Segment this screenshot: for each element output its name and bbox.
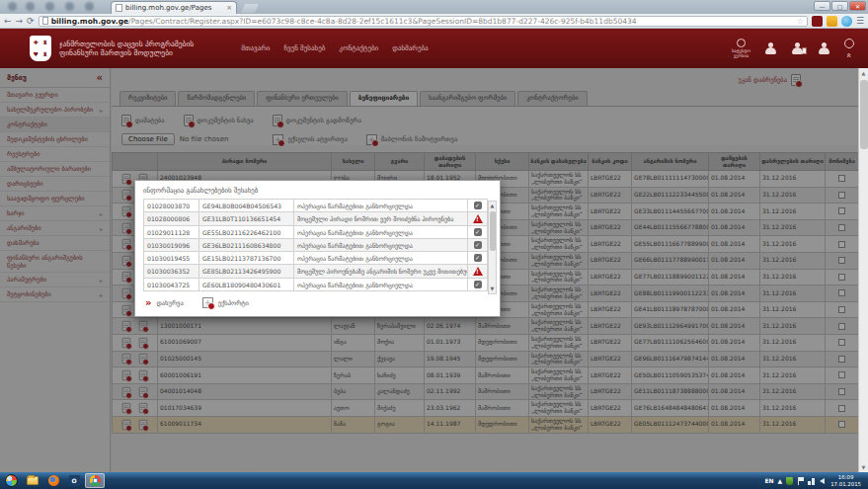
dialog-status-cell: ✓ — [468, 239, 488, 252]
dialog-scroll-down-icon[interactable]: ▼ — [489, 285, 496, 293]
dialog-account-cell: GE31LB0T110136651454 — [199, 212, 294, 226]
extension-icon-3[interactable] — [841, 16, 852, 27]
dialog-account-cell: GE15LB02113787136700 — [199, 252, 294, 265]
taskbar-firefox-button[interactable] — [43, 473, 63, 488]
browser-tabstrip: billing.moh.gov.ge/Pages × — ▢ ✕ — [0, 0, 868, 14]
dialog-status-cell — [468, 212, 488, 226]
url-text: billing.moh.gov.ge/Pages/Contract/Regist… — [51, 17, 794, 26]
warning-icon — [473, 214, 483, 223]
back-icon[interactable]: ← — [4, 15, 12, 27]
logout-user-icon[interactable] — [818, 42, 830, 54]
scroll-thumb[interactable] — [860, 80, 868, 149]
tray-expand-icon[interactable]: ▲ — [778, 477, 783, 485]
tab-favicon — [116, 4, 122, 12]
tray-volume-icon[interactable] — [820, 478, 825, 484]
success-check-icon: ✓ — [474, 281, 482, 288]
update-info-dialog: ინფორმაცია განახლებების შესახებ 01028003… — [134, 180, 501, 317]
window-maximize-button[interactable]: ▢ — [831, 1, 848, 11]
url-path: /Pages/Contract/Register.aspx?ID=e6073c9… — [128, 17, 636, 26]
dialog-message-cell: ოპერაცია წარმატებით განხორციელდა — [294, 226, 468, 239]
page-content: მენიუ « მთავარი გვერდისახელშეკრულებო პირ… — [0, 68, 868, 472]
url-host: billing.moh.gov.ge — [51, 17, 128, 26]
forward-icon[interactable]: → — [16, 15, 24, 27]
language-indicator[interactable]: EN — [764, 477, 773, 484]
success-check-icon: ✓ — [474, 228, 482, 236]
address-bar[interactable]: billing.moh.gov.ge/Pages/Contract/Regist… — [39, 16, 808, 27]
aero-glass-blob — [45, 2, 54, 11]
chrome-menu-icon[interactable]: ☰ — [856, 16, 864, 26]
dialog-message-cell: მოცემული პირადი ნომრით ვერ მოიძებნა პირო… — [294, 212, 468, 226]
round-icon[interactable] — [844, 39, 854, 48]
export-icon[interactable] — [202, 297, 213, 308]
taskbar-clock[interactable]: 16:09 17.01.2015 — [830, 474, 864, 487]
tab-close-icon[interactable]: × — [226, 4, 232, 12]
dialog-result-row: 01028000806GE31LB0T110136651454მოცემული … — [144, 212, 488, 226]
dialog-personal-number-cell: 01030036352 — [144, 265, 199, 279]
scroll-down-icon[interactable]: ▼ — [859, 462, 868, 472]
collapse-header-icon[interactable]: « — [845, 52, 853, 58]
header-nav-item-3[interactable]: დახმარება — [392, 44, 428, 52]
dialog-personal-number-cell: 01028000806 — [144, 212, 199, 226]
new-tab-button[interactable] — [241, 4, 259, 13]
header-nav-item-2[interactable]: კონტაქტები — [339, 44, 378, 52]
dialog-scroll-up-icon[interactable]: ▲ — [489, 202, 496, 210]
aero-glass-blob — [8, 2, 17, 11]
reload-icon[interactable]: ⟳ — [27, 15, 35, 27]
close-chevrons-icon[interactable]: » — [145, 298, 151, 308]
header-nav-item-1[interactable]: ჩვენ შესახებ — [283, 44, 325, 52]
taskbar-explorer-button[interactable] — [23, 473, 42, 488]
tray-shield-icon[interactable] — [786, 477, 793, 485]
dialog-status-cell: ✓ — [468, 200, 488, 212]
window-minimize-button[interactable]: — — [814, 1, 830, 11]
browser-toolbar: ← → ⟳ billing.moh.gov.ge/Pages/Contract/… — [0, 14, 868, 29]
dialog-message-cell: მოცემულ პიროვნებაზე ანგარიშის ნომერი უკვ… — [294, 265, 468, 279]
aero-glass-blob — [65, 2, 74, 11]
dialog-status-cell: ✓ — [468, 252, 488, 265]
taskbar-outlook-button[interactable]: O — [64, 473, 84, 488]
dialog-result-row: 01029011128GE55LB02116226462100ოპერაცია … — [144, 226, 488, 239]
dialog-personal-number-cell: 01028003870 — [144, 200, 199, 212]
success-check-icon: ✓ — [474, 254, 482, 262]
scroll-up-icon[interactable]: ▲ — [859, 68, 868, 78]
window-close-button[interactable]: ✕ — [849, 1, 866, 11]
test-version-badge: სატესტო ვერსია — [732, 39, 750, 58]
tray-flag-icon[interactable] — [797, 477, 804, 485]
dialog-personal-number-cell: 01030043725 — [144, 279, 199, 291]
dialog-status-cell: ✓ — [468, 226, 488, 239]
dialog-export-button[interactable]: ექსპორტი — [218, 299, 249, 307]
header-nav: მთავარიჩვენ შესახებკონტაქტებიდახმარება — [241, 44, 428, 52]
extension-icon-1[interactable] — [812, 16, 823, 27]
dialog-message-cell: ოპერაცია წარმატებით განხორციელდა — [294, 239, 468, 252]
firefox-icon — [48, 475, 59, 486]
dialog-account-cell: GE94LB0B004B04506543 — [199, 200, 294, 212]
dialog-status-cell: ✓ — [468, 279, 488, 291]
test-version-icon — [737, 39, 746, 47]
dialog-message-cell: ოპერაცია წარმატებით განხორციელდა — [294, 279, 468, 291]
dialog-title: ინფორმაცია განახლებების შესახებ — [143, 187, 492, 195]
taskbar-chrome-button[interactable] — [85, 473, 105, 488]
user-document-icon[interactable] — [791, 42, 804, 54]
dialog-result-row: 01028003870GE94LB0B004B04506543ოპერაცია … — [144, 200, 488, 212]
dialog-personal-number-cell: 01030019096 — [144, 239, 199, 252]
start-button[interactable] — [5, 474, 18, 487]
user-profile-icon[interactable] — [764, 42, 777, 54]
dialog-account-cell: GE36LB02111608634800 — [199, 239, 294, 252]
dialog-personal-number-cell: 01030019455 — [144, 252, 199, 265]
dialog-close-button[interactable]: დახურვა — [156, 299, 183, 307]
aero-glass-blob — [85, 2, 94, 11]
success-check-icon: ✓ — [474, 241, 482, 249]
dialog-scrollbar[interactable]: ▲ ▼ — [488, 201, 497, 294]
windows-taskbar: O EN ▲ 16:09 17.01.2015 — [0, 472, 868, 489]
dialog-personal-number-cell: 01029011128 — [144, 226, 199, 239]
outlook-icon: O — [69, 475, 80, 486]
bookmark-star-icon[interactable]: ☆ — [797, 17, 804, 26]
header-nav-item-0[interactable]: მთავარი — [241, 44, 270, 52]
extension-icon-2[interactable] — [827, 16, 837, 27]
browser-tab[interactable]: billing.moh.gov.ge/Pages × — [111, 1, 237, 14]
dialog-result-row: 01030036352GE85LB02113426495900მოცემულ პ… — [144, 265, 488, 279]
tray-network-icon[interactable] — [808, 477, 816, 485]
dialog-result-row: 01030019096GE36LB02111608634800ოპერაცია … — [144, 239, 488, 252]
dialog-scroll-thumb[interactable] — [490, 211, 496, 251]
page-scrollbar[interactable]: ▲ ▼ — [858, 68, 868, 472]
aero-glass-blob — [26, 2, 35, 11]
